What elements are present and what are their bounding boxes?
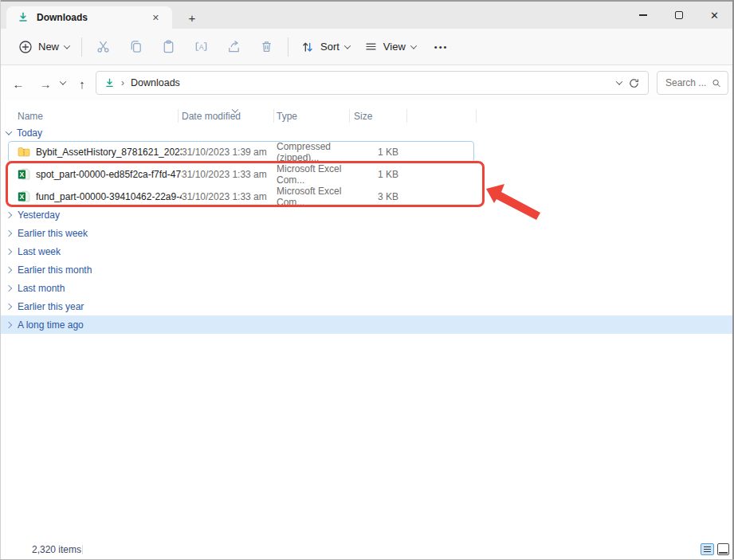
toolbar-divider — [288, 37, 288, 57]
chevron-right-icon — [6, 266, 12, 272]
file-row-fund[interactable]: X fund_part-00000-39410462-22a9-4b75-afb… — [0, 186, 732, 208]
chevron-right-icon — [6, 229, 12, 236]
tab-close-icon[interactable]: ✕ — [149, 11, 163, 25]
chevron-right-icon — [6, 211, 12, 217]
chevron-right-icon — [6, 248, 12, 254]
breadcrumb-separator: › — [121, 77, 124, 88]
file-type: Microsoft Excel Com... — [277, 186, 354, 208]
details-view-icon — [704, 546, 711, 547]
group-header-today[interactable]: Today — [0, 125, 732, 141]
chevron-right-icon — [6, 321, 12, 327]
more-options-button[interactable]: ••• — [434, 42, 449, 52]
chevron-down-icon — [6, 128, 12, 135]
close-icon: ✕ — [710, 10, 719, 21]
search-input[interactable] — [664, 76, 708, 89]
tab-downloads[interactable]: Downloads ✕ — [6, 6, 172, 29]
column-headers: Name Date modified Type Size — [0, 104, 732, 125]
maximize-button[interactable] — [661, 2, 697, 29]
column-header-name[interactable]: Name — [18, 111, 182, 122]
sort-button[interactable]: Sort — [293, 35, 357, 59]
group-header-yesterday[interactable]: Yesterday — [0, 206, 732, 224]
chevron-right-icon — [6, 284, 12, 291]
copy-icon — [128, 39, 143, 54]
file-name: fund_part-00000-39410462-22a9-4b75-afb1-… — [36, 191, 182, 202]
chevron-right-icon — [6, 303, 12, 309]
copy-button[interactable] — [120, 34, 152, 59]
column-divider — [273, 109, 274, 123]
search-box[interactable] — [657, 71, 728, 95]
paste-button[interactable] — [152, 34, 185, 59]
svg-text:X: X — [20, 193, 25, 201]
minimize-button[interactable] — [625, 2, 661, 29]
collapsed-groups: Yesterday Earlier this week Last week Ea… — [0, 206, 732, 334]
group-header-earlier-this-week[interactable]: Earlier this week — [0, 224, 732, 242]
cut-button[interactable] — [87, 34, 120, 59]
group-header-earlier-this-month[interactable]: Earlier this month — [0, 260, 732, 279]
rename-button[interactable]: A — [185, 34, 218, 59]
file-name: spot_part-00000-ed85f2ca-f7fd-4781-a3e6-… — [36, 169, 182, 180]
share-button[interactable] — [218, 34, 250, 59]
excel-file-icon: X — [18, 168, 30, 181]
forward-button[interactable]: → — [35, 73, 56, 94]
chevron-down-icon — [64, 42, 70, 49]
sort-button-label: Sort — [320, 41, 340, 53]
thumbnail-view-icon — [719, 552, 728, 554]
maximize-icon — [675, 11, 683, 19]
window-top-border — [0, 0, 734, 2]
file-name-cell: Bybit_AssetHistory_8781621_2023-01-01_20… — [18, 146, 182, 159]
new-button-label: New — [38, 41, 59, 53]
view-button-label: View — [383, 41, 406, 53]
svg-text:A: A — [199, 43, 204, 51]
command-toolbar: New A — [0, 29, 732, 65]
window-controls: ✕ — [625, 2, 732, 29]
tab-strip: Downloads ✕ + ✕ — [0, 2, 734, 29]
breadcrumb-downloads[interactable]: Downloads — [131, 77, 180, 88]
column-header-type[interactable]: Type — [277, 111, 354, 122]
status-divider — [82, 545, 83, 554]
file-name: Bybit_AssetHistory_8781621_2023-01-01_20… — [36, 147, 182, 158]
column-divider — [349, 109, 350, 123]
window-left-border — [0, 0, 1, 560]
recent-locations-chevron[interactable] — [60, 78, 66, 84]
file-date: 31/10/2023 1:33 am — [182, 191, 277, 202]
chevron-down-icon — [410, 42, 417, 49]
group-header-last-week[interactable]: Last week — [0, 242, 732, 260]
details-view-toggle[interactable] — [701, 543, 714, 555]
up-button[interactable]: ↑ — [72, 73, 92, 94]
close-button[interactable]: ✕ — [697, 2, 732, 29]
large-thumbnails-toggle[interactable] — [717, 543, 729, 555]
file-row-zip[interactable]: Bybit_AssetHistory_8781621_2023-01-01_20… — [0, 141, 732, 163]
group-header-a-long-time-ago[interactable]: A long time ago — [0, 315, 732, 334]
group-label: Today — [17, 127, 42, 139]
plus-circle-icon — [18, 40, 33, 54]
excel-file-icon: X — [18, 190, 30, 203]
group-label: Yesterday — [18, 210, 60, 221]
minimize-icon — [639, 14, 647, 15]
delete-button[interactable] — [250, 34, 283, 59]
address-dropdown-chevron[interactable] — [616, 78, 622, 84]
items-count: 2,320 items — [32, 544, 81, 555]
group-header-earlier-this-year[interactable]: Earlier this year — [0, 297, 732, 315]
file-date: 31/10/2023 1:39 am — [182, 147, 277, 158]
group-header-last-month[interactable]: Last month — [0, 279, 732, 297]
svg-text:X: X — [20, 170, 25, 178]
new-tab-button[interactable]: + — [182, 8, 202, 27]
back-button[interactable]: ← — [8, 73, 29, 94]
download-icon — [18, 12, 29, 23]
file-row-spot[interactable]: X spot_part-00000-ed85f2ca-f7fd-4781-a3e… — [0, 163, 732, 186]
view-button[interactable]: View — [357, 35, 423, 58]
chevron-down-icon — [344, 42, 351, 49]
download-icon — [104, 78, 115, 88]
address-bar[interactable]: › Downloads — [96, 71, 649, 95]
file-name-cell: X spot_part-00000-ed85f2ca-f7fd-4781-a3e… — [18, 168, 182, 181]
column-header-date-modified[interactable]: Date modified — [182, 111, 277, 122]
refresh-icon[interactable] — [628, 77, 640, 89]
view-list-icon — [364, 40, 378, 53]
column-header-size[interactable]: Size — [354, 111, 403, 122]
file-size: 1 KB — [354, 147, 403, 158]
file-name-cell: X fund_part-00000-39410462-22a9-4b75-afb… — [18, 190, 182, 203]
file-size: 3 KB — [354, 191, 403, 202]
clipboard-icon — [161, 39, 176, 54]
group-label: Earlier this week — [18, 228, 88, 239]
new-button[interactable]: New — [11, 35, 77, 59]
